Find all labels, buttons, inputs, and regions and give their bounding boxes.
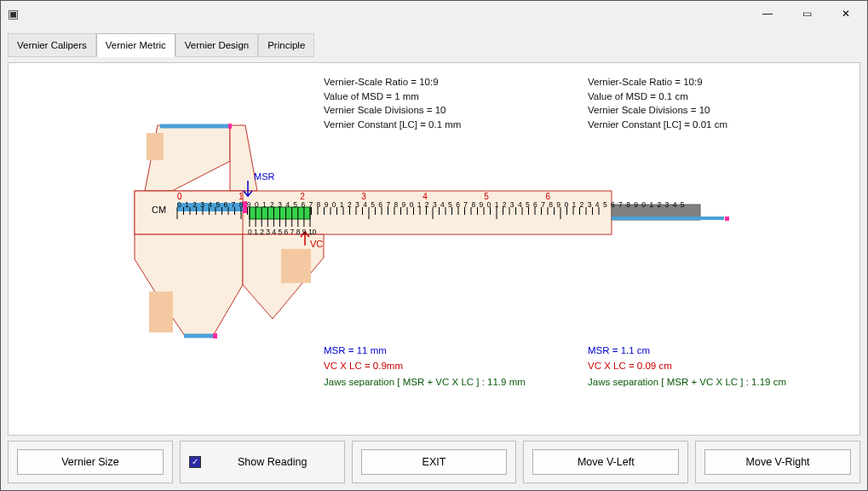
msr-marker-label: MSR <box>254 171 274 182</box>
msr-reading-mm: MSR = 11 mm <box>324 343 526 358</box>
svg-rect-16 <box>149 292 173 332</box>
show-reading-checkbox[interactable]: ✓ <box>189 456 201 468</box>
msr-reading-cm: MSR = 1.1 cm <box>588 343 786 358</box>
minor-scale-row: 0 1 2 3 4 5 6 7 8 9 0 1 2 3 4 5 6 7 8 9 … <box>177 200 686 209</box>
exit-button[interactable]: EXIT <box>361 449 508 475</box>
svg-rect-11 <box>228 124 232 129</box>
maximize-button[interactable]: ▭ <box>787 2 826 26</box>
vc-marker-label: VC <box>310 239 323 249</box>
jaws-reading-cm: Jaws separation [ MSR + VC X LC ] : 1.19… <box>588 374 786 390</box>
svg-rect-14 <box>725 217 729 221</box>
jaws-reading-mm: Jaws separation [ MSR + VC X LC ] : 11.9… <box>324 374 526 390</box>
app-icon: ▣ <box>8 7 19 20</box>
maximize-icon: ▭ <box>802 8 812 20</box>
client-area: Vernier Calipers Vernier Metric Vernier … <box>1 26 867 490</box>
vernier-digits: 0 1 2 3 4 5 6 7 8 9 10 <box>248 228 316 236</box>
app-window: ▣ — ▭ ✕ Vernier Calipers Vernier Metric … <box>0 0 868 491</box>
panel-move-right: Move V-Right <box>695 441 860 483</box>
show-reading-label: Show Reading <box>210 456 336 468</box>
svg-rect-15 <box>147 133 164 160</box>
close-button[interactable]: ✕ <box>826 2 865 26</box>
bottom-bar: Vernier Size ✓ Show Reading EXIT Move V-… <box>8 441 860 483</box>
tab-vernier-calipers[interactable]: Vernier Calipers <box>8 33 96 57</box>
svg-rect-17 <box>281 249 311 283</box>
svg-rect-13 <box>213 333 217 338</box>
vernier-size-button[interactable]: Vernier Size <box>17 449 164 475</box>
tab-principle[interactable]: Principle <box>258 33 314 57</box>
titlebar: ▣ — ▭ ✕ <box>1 1 867 26</box>
close-icon: ✕ <box>842 8 850 20</box>
panel-exit: EXIT <box>352 441 517 483</box>
cm-label: CM <box>152 205 166 215</box>
tab-vernier-design[interactable]: Vernier Design <box>175 33 258 57</box>
panel-size: Vernier Size <box>8 441 173 483</box>
tabstrip: Vernier Calipers Vernier Metric Vernier … <box>8 33 860 57</box>
drawing-canvas: Vernier-Scale Ratio = 10:9 Value of MSD … <box>8 62 860 436</box>
minimize-button[interactable]: — <box>748 2 787 26</box>
panel-move-left: Move V-Left <box>523 441 688 483</box>
panel-show: ✓ Show Reading <box>180 441 345 483</box>
minimize-icon: — <box>762 8 773 20</box>
vclc-reading-cm: VC X LC = 0.09 cm <box>588 358 786 373</box>
move-v-left-button[interactable]: Move V-Left <box>532 449 679 475</box>
readings-mm: MSR = 11 mm VC X LC = 0.9mm Jaws separat… <box>324 343 526 390</box>
vclc-reading-mm: VC X LC = 0.9mm <box>324 358 526 373</box>
move-v-right-button[interactable]: Move V-Right <box>704 449 851 475</box>
readings-cm: MSR = 1.1 cm VC X LC = 0.09 cm Jaws sepa… <box>588 343 786 390</box>
tab-vernier-metric[interactable]: Vernier Metric <box>96 33 175 57</box>
